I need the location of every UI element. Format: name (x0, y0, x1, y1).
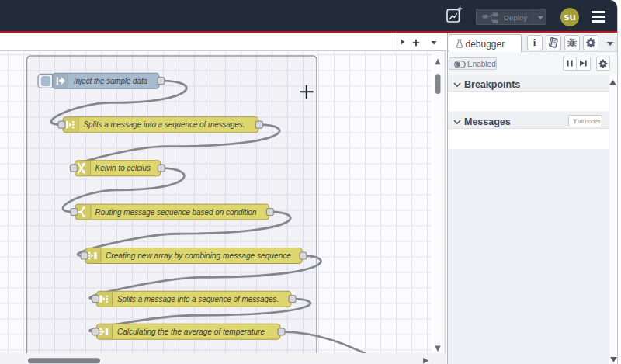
svg-text:Creating new array by combinin: Creating new array by combining message … (106, 251, 291, 260)
svg-text:Routing message sequence based: Routing message sequence based on condit… (95, 208, 257, 217)
svg-text:Splits a message into a sequen: Splits a message into a sequence of mess… (117, 295, 279, 303)
svg-text:Splits a message into a sequen: Splits a message into a sequence of mess… (84, 120, 245, 129)
svg-text:Inject the sample data: Inject the sample data (74, 77, 147, 85)
svg-text:Calculating the the average of: Calculating the the average of temperatu… (117, 328, 265, 336)
svg-text:Kelvin to celcius: Kelvin to celcius (95, 164, 151, 172)
svg-text:i: i (533, 36, 536, 48)
